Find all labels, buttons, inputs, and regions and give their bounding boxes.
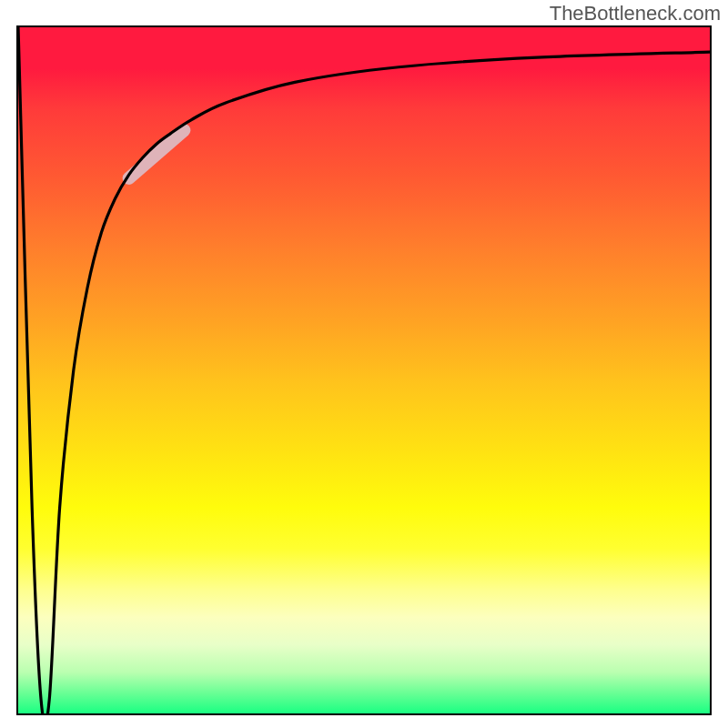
curve-highlight	[129, 130, 185, 178]
curve-svg	[18, 27, 710, 713]
curve-line	[18, 27, 710, 713]
watermark-text: TheBottleneck.com	[550, 2, 721, 25]
plot-area	[18, 27, 710, 713]
